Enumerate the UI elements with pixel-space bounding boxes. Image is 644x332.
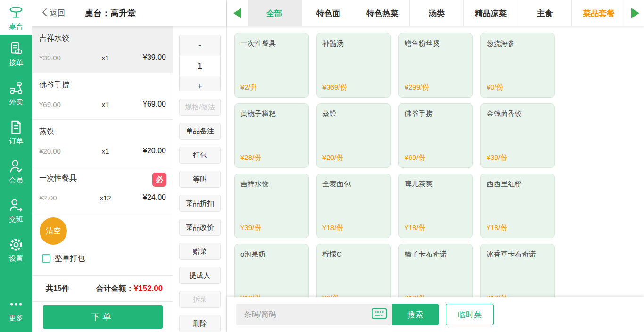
order-item-unit-price: ¥20.00 xyxy=(39,147,83,155)
action-button[interactable]: 赠菜 xyxy=(179,243,221,260)
menu-item-card[interactable]: 补髓汤 ¥369/份 xyxy=(316,33,391,98)
category-tab[interactable]: 全部 xyxy=(248,0,302,26)
sidebar-item-settings[interactable]: 设置 xyxy=(0,231,32,270)
menu-item-name: 蒸馍 xyxy=(322,109,385,118)
search-bar: 搜索 临时菜 xyxy=(227,297,644,332)
menu-item-card[interactable]: 佛爷手捞 ¥69/份 xyxy=(398,103,473,168)
order-panel: 吉祥水饺 ¥39.00 x1 ¥39.00 佛爷手捞 ¥69.00 x1 ¥69… xyxy=(32,26,173,332)
menu-item-price: ¥0/份 xyxy=(487,83,504,92)
category-tab[interactable]: 主食 xyxy=(518,0,572,26)
sidebar-item-orders[interactable]: 订单 xyxy=(0,113,32,152)
order-item-detail-row: ¥39.00 x1 ¥39.00 xyxy=(39,53,166,62)
sidebar-item-label: 外卖 xyxy=(9,98,23,107)
menu-item-card[interactable]: 全麦面包 ¥18/份 xyxy=(316,174,391,238)
triangle-right-icon xyxy=(631,8,639,18)
total-amount-value: ¥152.00 xyxy=(134,284,163,293)
menu-item-card[interactable]: 吉祥水饺 ¥39/份 xyxy=(234,174,309,238)
order-item-name: 佛爷手捞 xyxy=(39,73,166,90)
total-count: 共15件 xyxy=(46,284,69,294)
order-item-quantity: x1 xyxy=(83,54,128,62)
sidebar-item-tables[interactable]: 桌台 xyxy=(0,0,32,35)
category-tab[interactable]: 汤类 xyxy=(410,0,464,26)
place-order-button[interactable]: 下单 xyxy=(43,305,163,329)
order-item[interactable]: 吉祥水饺 ¥39.00 x1 ¥39.00 xyxy=(32,26,173,73)
sidebar-item-label: 更多 xyxy=(9,314,23,323)
action-button: 拆菜 xyxy=(179,291,221,308)
menu-item-card[interactable]: 葱烧海参 ¥0/份 xyxy=(480,33,555,98)
order-item-total: ¥24.00 xyxy=(128,193,166,202)
order-item-total: ¥39.00 xyxy=(128,53,166,62)
barcode-search-input[interactable] xyxy=(237,304,372,325)
menu-item-price: ¥18/份 xyxy=(322,224,343,232)
sidebar-item-shift[interactable]: 交班 xyxy=(0,191,32,231)
sidebar-item-takeout[interactable]: 外卖 xyxy=(0,74,32,113)
sidebar: 桌台 接单 外卖 订单 xyxy=(0,0,32,332)
category-tab[interactable]: 特色热菜 xyxy=(355,0,410,26)
menu-item-card[interactable]: 西西里红橙 ¥18/份 xyxy=(480,174,555,238)
back-button[interactable]: 返回 xyxy=(32,0,75,26)
action-button[interactable]: 打包 xyxy=(179,147,221,164)
action-button-list: 规格/做法单品备注打包等叫菜品折扣菜品改价赠菜提成人拆菜删除 xyxy=(179,91,221,332)
menu-item-price: ¥39/份 xyxy=(240,224,261,232)
category-tab-bar: 全部特色面特色热菜汤类精品凉菜主食菜品套餐 xyxy=(227,0,644,26)
menu-item-price: ¥18/份 xyxy=(487,224,507,232)
menu-item-price: ¥299/份 xyxy=(405,83,429,92)
menu-item-name: 黄桅子糍粑 xyxy=(240,109,303,118)
menu-item-card[interactable]: 金钱茴香饺 ¥39/份 xyxy=(480,103,555,168)
action-button[interactable]: 提成人 xyxy=(179,267,221,284)
order-item-total: ¥20.00 xyxy=(128,147,166,155)
sidebar-item-more[interactable]: 更多 xyxy=(0,290,32,329)
quantity-value: 1 xyxy=(180,56,220,76)
menu-item-name: 补髓汤 xyxy=(322,39,385,48)
order-item-total: ¥69.00 xyxy=(128,100,166,108)
sidebar-item-label: 桌台 xyxy=(9,22,23,31)
submit-row: 下单 xyxy=(32,302,173,332)
action-button[interactable]: 等叫 xyxy=(179,171,221,188)
quantity-stepper: - 1 + xyxy=(179,35,221,91)
quantity-minus-button[interactable]: - xyxy=(180,35,220,56)
menu-item-name: 鳝鱼粉丝煲 xyxy=(405,39,467,48)
category-tab[interactable]: 精品凉菜 xyxy=(464,0,518,26)
order-item-quantity: x1 xyxy=(83,100,128,108)
self-order-icon xyxy=(8,41,24,57)
back-label: 返回 xyxy=(50,8,65,18)
pack-all-row: 整单打包 xyxy=(32,249,173,268)
order-item[interactable]: 一次性餐具 必 ¥2.00 x12 ¥24.00 xyxy=(32,166,173,213)
pack-all-checkbox[interactable] xyxy=(42,254,50,263)
category-tab[interactable]: 菜品套餐 xyxy=(572,0,626,26)
quantity-plus-button[interactable]: + xyxy=(180,76,220,91)
menu-item-card[interactable]: 啤儿茶爽 ¥18/份 xyxy=(398,174,473,238)
action-button: 规格/做法 xyxy=(179,99,221,116)
sidebar-item-self-orders[interactable]: 接单 xyxy=(0,35,32,74)
clear-order-button[interactable]: 清空 xyxy=(40,217,67,245)
menu-item-card[interactable]: 鳝鱼粉丝煲 ¥299/份 xyxy=(398,33,473,98)
pos-app: 桌台 接单 外卖 订单 xyxy=(0,0,644,332)
action-button[interactable]: 删除 xyxy=(179,315,221,332)
menu-item-price: ¥2/升 xyxy=(240,83,257,92)
menu-item-price: ¥28/份 xyxy=(240,153,261,162)
sidebar-item-label: 接单 xyxy=(9,58,23,67)
action-button[interactable]: 菜品折扣 xyxy=(179,195,221,212)
menu-item-price: ¥18/份 xyxy=(405,224,425,232)
order-item[interactable]: 佛爷手捞 ¥69.00 x1 ¥69.00 xyxy=(32,73,173,120)
item-action-panel: - 1 + 规格/做法单品备注打包等叫菜品折扣菜品改价赠菜提成人拆菜删除 xyxy=(173,26,226,332)
menu-item-card[interactable]: 黄桅子糍粑 ¥28/份 xyxy=(234,103,309,168)
tabs-scroll-right-button[interactable] xyxy=(626,0,644,26)
action-button[interactable]: 单品备注 xyxy=(179,123,221,140)
search-button[interactable]: 搜索 xyxy=(392,304,439,325)
tabs-scroll-left-button[interactable] xyxy=(227,0,248,26)
temp-dish-button[interactable]: 临时菜 xyxy=(446,304,494,325)
menu-item-name: 西西里红橙 xyxy=(487,180,549,189)
keyboard-icon[interactable] xyxy=(372,308,387,321)
order-item-name: 一次性餐具 xyxy=(39,166,166,183)
action-button[interactable]: 菜品改价 xyxy=(179,219,221,236)
settings-gear-icon xyxy=(8,237,24,253)
category-tab[interactable]: 特色面 xyxy=(302,0,356,26)
more-dots-icon xyxy=(8,296,24,312)
order-item[interactable]: 蒸馍 ¥20.00 x1 ¥20.00 xyxy=(32,120,173,166)
required-badge: 必 xyxy=(152,173,166,187)
menu-item-card[interactable]: 蒸馍 ¥20/份 xyxy=(316,103,391,168)
sidebar-item-members[interactable]: 会员 xyxy=(0,152,32,191)
menu-item-card[interactable]: 一次性餐具 ¥2/升 xyxy=(234,33,309,98)
menu-item-name: 金钱茴香饺 xyxy=(487,109,549,118)
